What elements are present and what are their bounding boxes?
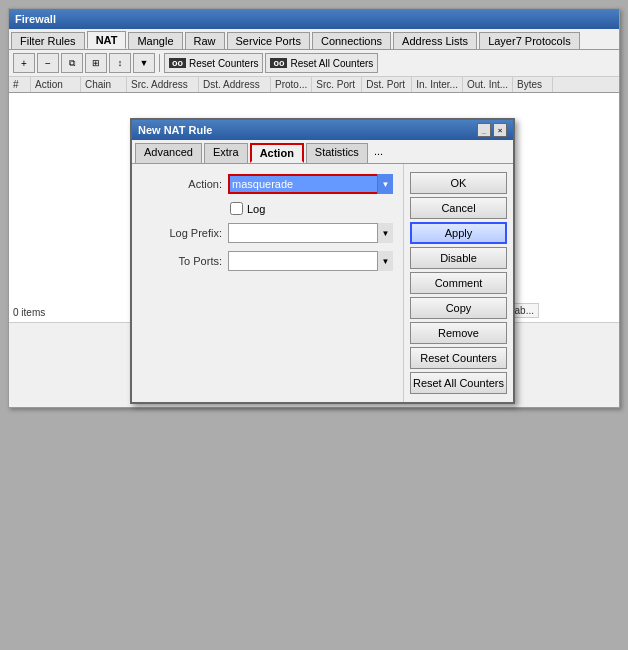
tab-filter-rules[interactable]: Filter Rules bbox=[11, 32, 85, 49]
firewall-tabs: Filter Rules NAT Mangle Raw Service Port… bbox=[9, 29, 619, 50]
reset-counters-button[interactable]: Reset Counters bbox=[410, 347, 507, 369]
col-action: Action bbox=[31, 77, 81, 92]
col-hash: # bbox=[9, 77, 31, 92]
oo-badge: oo bbox=[169, 58, 186, 68]
items-count: 0 items bbox=[13, 307, 45, 318]
reset-all-counters-label: Reset All Counters bbox=[290, 58, 373, 69]
col-dst-port: Dst. Port bbox=[362, 77, 412, 92]
copy-button[interactable]: Copy bbox=[410, 297, 507, 319]
tab-nat[interactable]: NAT bbox=[87, 31, 127, 49]
reset-counters-label: Reset Counters bbox=[189, 58, 258, 69]
log-label: Log bbox=[247, 203, 265, 215]
log-prefix-row: Log Prefix: ▼ bbox=[142, 223, 393, 243]
minimize-button[interactable]: _ bbox=[477, 123, 491, 137]
col-chain: Chain bbox=[81, 77, 127, 92]
col-bytes: Bytes bbox=[513, 77, 553, 92]
log-prefix-dropdown-button[interactable]: ▼ bbox=[377, 223, 393, 243]
tab-mangle[interactable]: Mangle bbox=[128, 32, 182, 49]
close-button[interactable]: × bbox=[493, 123, 507, 137]
remove-button[interactable]: Remove bbox=[410, 322, 507, 344]
reset-counters-button[interactable]: oo Reset Counters bbox=[164, 53, 263, 73]
nat-rule-dialog: New NAT Rule _ × Advanced Extra Action S… bbox=[130, 118, 515, 404]
cancel-button[interactable]: Cancel bbox=[410, 197, 507, 219]
col-in-inter: In. Inter... bbox=[412, 77, 463, 92]
tab-more[interactable]: ... bbox=[370, 143, 387, 163]
apply-button[interactable]: Apply bbox=[410, 222, 507, 244]
reset-all-counters-button[interactable]: oo Reset All Counters bbox=[265, 53, 378, 73]
tab-advanced[interactable]: Advanced bbox=[135, 143, 202, 163]
firewall-title: Firewall bbox=[15, 13, 56, 25]
firewall-toolbar: + − ⧉ ⊞ ↕ ▼ oo Reset Counters oo Reset A… bbox=[9, 50, 619, 77]
col-proto: Proto... bbox=[271, 77, 312, 92]
ok-button[interactable]: OK bbox=[410, 172, 507, 194]
oo-badge-all: oo bbox=[270, 58, 287, 68]
col-out-inter: Out. Int... bbox=[463, 77, 513, 92]
dialog-title: New NAT Rule bbox=[138, 124, 212, 136]
dialog-title-buttons: _ × bbox=[477, 123, 507, 137]
dialog-titlebar: New NAT Rule _ × bbox=[132, 120, 513, 140]
action-row: Action: masquerade src-nat dst-nat redir… bbox=[142, 174, 393, 194]
move-button[interactable]: ↕ bbox=[109, 53, 131, 73]
remove-button[interactable]: − bbox=[37, 53, 59, 73]
tab-raw[interactable]: Raw bbox=[185, 32, 225, 49]
to-ports-row: To Ports: ▼ bbox=[142, 251, 393, 271]
log-prefix-label: Log Prefix: bbox=[142, 227, 222, 239]
col-src-addr: Src. Address bbox=[127, 77, 199, 92]
col-dst-addr: Dst. Address bbox=[199, 77, 271, 92]
copy-icon-button[interactable]: ⧉ bbox=[61, 53, 83, 73]
add-button[interactable]: + bbox=[13, 53, 35, 73]
tab-extra[interactable]: Extra bbox=[204, 143, 248, 163]
comment-button[interactable]: Comment bbox=[410, 272, 507, 294]
to-ports-dropdown-button[interactable]: ▼ bbox=[377, 251, 393, 271]
dialog-form: Action: masquerade src-nat dst-nat redir… bbox=[132, 164, 403, 402]
to-ports-input[interactable] bbox=[228, 251, 393, 271]
firewall-titlebar: Firewall bbox=[9, 9, 619, 29]
dialog-content: Action: masquerade src-nat dst-nat redir… bbox=[132, 164, 513, 402]
log-prefix-input[interactable] bbox=[228, 223, 393, 243]
to-ports-label: To Ports: bbox=[142, 255, 222, 267]
tab-statistics[interactable]: Statistics bbox=[306, 143, 368, 163]
paste-button[interactable]: ⊞ bbox=[85, 53, 107, 73]
log-checkbox-row: Log bbox=[142, 202, 393, 215]
tab-connections[interactable]: Connections bbox=[312, 32, 391, 49]
tab-address-lists[interactable]: Address Lists bbox=[393, 32, 477, 49]
tab-service-ports[interactable]: Service Ports bbox=[227, 32, 310, 49]
toolbar-separator bbox=[159, 54, 160, 72]
log-prefix-input-wrapper: ▼ bbox=[228, 223, 393, 243]
log-checkbox[interactable] bbox=[230, 202, 243, 215]
dialog-tabs: Advanced Extra Action Statistics ... bbox=[132, 140, 513, 164]
filter-button[interactable]: ▼ bbox=[133, 53, 155, 73]
col-src-port: Src. Port bbox=[312, 77, 362, 92]
tab-action[interactable]: Action bbox=[250, 143, 304, 163]
to-ports-input-wrapper: ▼ bbox=[228, 251, 393, 271]
disable-button[interactable]: Disable bbox=[410, 247, 507, 269]
action-select[interactable]: masquerade src-nat dst-nat redirect netm… bbox=[228, 174, 393, 194]
action-select-wrapper: masquerade src-nat dst-nat redirect netm… bbox=[228, 174, 393, 194]
column-headers: # Action Chain Src. Address Dst. Address… bbox=[9, 77, 619, 93]
reset-all-counters-button[interactable]: Reset All Counters bbox=[410, 372, 507, 394]
dialog-buttons: OK Cancel Apply Disable Comment Copy Rem… bbox=[403, 164, 513, 402]
action-label: Action: bbox=[142, 178, 222, 190]
tab-layer7[interactable]: Layer7 Protocols bbox=[479, 32, 580, 49]
